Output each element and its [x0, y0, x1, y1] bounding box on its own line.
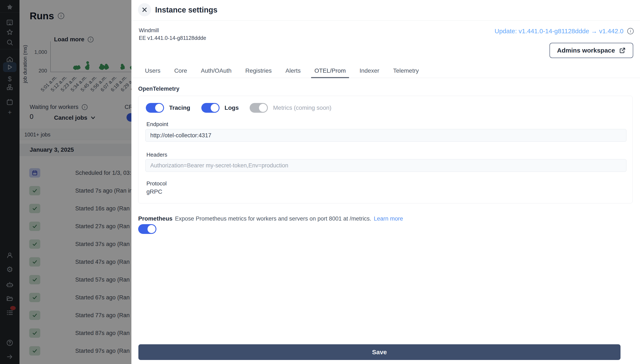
logs-toggle-group: Logs — [201, 103, 239, 113]
otel-settings-panel: Tracing Logs Metrics (coming soon) Endpo… — [138, 96, 632, 204]
version-string: EE v1.441.0-14-g81128ddde — [139, 34, 206, 42]
tab-otel-prom[interactable]: OTEL/Prom — [311, 68, 349, 78]
tracing-toggle-group: Tracing — [146, 103, 190, 113]
tab-auth-oauth[interactable]: Auth/OAuth — [198, 68, 235, 78]
update-row: Update: v1.441.0-14-g81128ddde → v1.442.… — [494, 28, 634, 35]
tracing-label: Tracing — [169, 104, 190, 111]
tab-core[interactable]: Core — [171, 68, 190, 78]
prometheus-toggle[interactable] — [138, 224, 156, 234]
toggle-knob — [155, 104, 163, 112]
metrics-toggle-group: Metrics (coming soon) — [250, 103, 331, 113]
tab-alerts[interactable]: Alerts — [282, 68, 304, 78]
metrics-toggle-disabled — [250, 103, 268, 113]
toggle-knob — [259, 104, 267, 112]
close-button[interactable] — [138, 3, 151, 16]
logs-toggle[interactable] — [201, 103, 220, 113]
app-name: Windmill — [139, 26, 206, 34]
tab-users[interactable]: Users — [142, 68, 164, 78]
app-root: Runs i Load more i job duration (ms) 1,0… — [0, 0, 640, 364]
admins-workspace-button[interactable]: Admins workspace — [550, 43, 633, 58]
headers-label: Headers — [146, 152, 167, 158]
toggle-knob — [211, 104, 219, 112]
protocol-value: gRPC — [146, 188, 162, 195]
instance-settings-modal: Instance settings Windmill EE v1.441.0-1… — [132, 0, 640, 364]
prometheus-description: Expose Prometheus metrics for workers an… — [175, 216, 371, 222]
tab-indexer[interactable]: Indexer — [356, 68, 382, 78]
tracing-toggle[interactable] — [146, 103, 164, 113]
learn-more-link[interactable]: Learn more — [374, 216, 403, 222]
divider — [132, 78, 640, 78]
prometheus-section: Prometheus Expose Prometheus metrics for… — [138, 215, 403, 222]
metrics-label: Metrics (coming soon) — [273, 104, 331, 111]
divider — [132, 20, 640, 20]
modal-title: Instance settings — [155, 6, 218, 14]
endpoint-label: Endpoint — [146, 121, 168, 128]
protocol-label: Protocol — [146, 180, 166, 187]
close-icon — [142, 7, 148, 13]
info-icon[interactable]: i — [627, 28, 634, 34]
tab-telemetry[interactable]: Telemetry — [390, 68, 422, 78]
settings-tabs: Users Core Auth/OAuth Registries Alerts … — [142, 68, 422, 78]
otel-section-heading: OpenTelemetry — [138, 86, 180, 92]
toggle-knob — [148, 225, 156, 233]
otel-toggles: Tracing Logs Metrics (coming soon) — [146, 103, 332, 113]
admins-workspace-label: Admins workspace — [557, 47, 615, 54]
headers-input[interactable] — [146, 159, 626, 172]
version-info: Windmill EE v1.441.0-14-g81128ddde — [139, 26, 206, 42]
logs-label: Logs — [225, 104, 239, 111]
external-link-icon — [619, 47, 626, 54]
endpoint-input[interactable] — [146, 129, 626, 142]
tab-registries[interactable]: Registries — [242, 68, 275, 78]
prometheus-title: Prometheus — [138, 215, 172, 222]
update-link[interactable]: Update: v1.441.0-14-g81128ddde → v1.442.… — [494, 28, 624, 35]
save-button[interactable]: Save — [138, 344, 620, 360]
